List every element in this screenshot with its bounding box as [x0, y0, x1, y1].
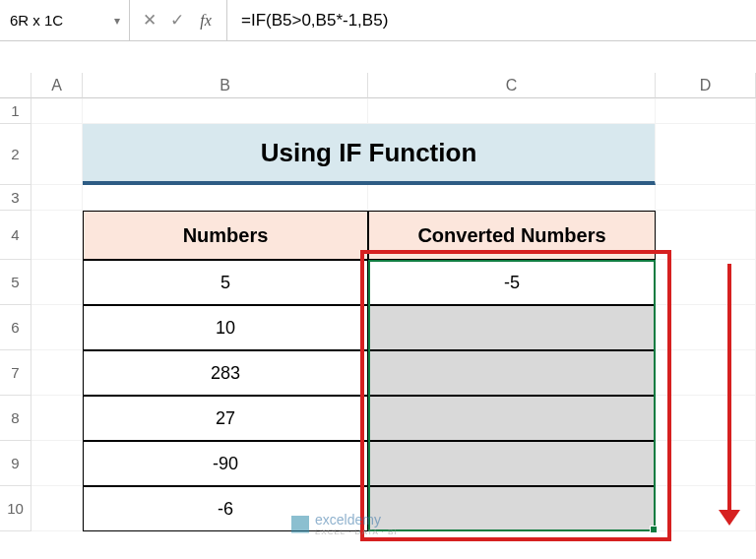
row-header-1[interactable]: 1: [0, 98, 32, 124]
cell-A3[interactable]: [32, 185, 83, 211]
cell-A9[interactable]: [32, 441, 83, 486]
row-9: 9 -90: [0, 441, 756, 486]
cell-D10[interactable]: [656, 486, 756, 531]
formula-buttons: ✕ ✓ fx: [130, 0, 227, 40]
cell-B9[interactable]: -90: [83, 441, 368, 486]
row-header-6[interactable]: 6: [0, 305, 32, 350]
cell-B3[interactable]: [83, 185, 368, 211]
cell-A6[interactable]: [32, 305, 83, 350]
row-8: 8 27: [0, 396, 756, 441]
name-box-value: 6R x 1C: [0, 12, 105, 29]
formula-input[interactable]: [227, 0, 756, 40]
cell-D3[interactable]: [656, 185, 756, 211]
cell-D7[interactable]: [656, 350, 756, 396]
cell-D8[interactable]: [656, 396, 756, 441]
cell-A5[interactable]: [32, 260, 83, 305]
select-all-corner[interactable]: [0, 73, 32, 98]
cell-B6[interactable]: 10: [83, 305, 368, 350]
row-5: 5 5 -5: [0, 260, 756, 305]
watermark: exceldemy EXCEL · DATA · BI: [291, 512, 398, 536]
cell-B1[interactable]: [83, 98, 368, 124]
row-header-9[interactable]: 9: [0, 441, 32, 486]
name-box[interactable]: 6R x 1C ▾: [0, 0, 130, 40]
row-1: 1: [0, 98, 756, 124]
spreadsheet-grid: A B C D 1 2 Using IF Function 3 4 Number…: [0, 73, 756, 531]
row-7: 7 283: [0, 350, 756, 396]
cell-B8[interactable]: 27: [83, 396, 368, 441]
header-numbers[interactable]: Numbers: [83, 211, 368, 260]
row-header-8[interactable]: 8: [0, 396, 32, 441]
row-header-5[interactable]: 5: [0, 260, 32, 305]
watermark-sub: EXCEL · DATA · BI: [315, 528, 398, 536]
cell-C3[interactable]: [368, 185, 656, 211]
col-header-B[interactable]: B: [83, 73, 368, 98]
row-header-10[interactable]: 10: [0, 486, 32, 531]
col-header-A[interactable]: A: [32, 73, 83, 98]
row-header-4[interactable]: 4: [0, 211, 32, 260]
watermark-icon: [291, 516, 309, 533]
watermark-name: exceldemy: [315, 512, 398, 528]
chevron-down-icon[interactable]: ▾: [105, 14, 129, 28]
cell-D6[interactable]: [656, 305, 756, 350]
cancel-icon[interactable]: ✕: [136, 10, 163, 31]
cell-D5[interactable]: [656, 260, 756, 305]
row-2: 2 Using IF Function: [0, 124, 756, 185]
row-6: 6 10: [0, 305, 756, 350]
col-header-C[interactable]: C: [368, 73, 656, 98]
cell-D9[interactable]: [656, 441, 756, 486]
confirm-icon[interactable]: ✓: [163, 10, 191, 31]
cell-C6[interactable]: [368, 305, 656, 350]
cell-B7[interactable]: 283: [83, 350, 368, 396]
formula-bar: 6R x 1C ▾ ✕ ✓ fx: [0, 0, 756, 41]
cell-A4[interactable]: [32, 211, 83, 260]
row-header-3[interactable]: 3: [0, 185, 32, 211]
cell-C5[interactable]: -5: [368, 260, 656, 305]
annotation-arrow-down: [719, 264, 740, 526]
header-converted[interactable]: Converted Numbers: [368, 211, 656, 260]
cell-D4[interactable]: [656, 211, 756, 260]
fx-icon[interactable]: fx: [191, 12, 220, 30]
title-cell[interactable]: Using IF Function: [83, 124, 656, 185]
row-4: 4 Numbers Converted Numbers: [0, 211, 756, 260]
cell-A7[interactable]: [32, 350, 83, 396]
cell-C8[interactable]: [368, 396, 656, 441]
cell-D1[interactable]: [656, 98, 756, 124]
cell-A1[interactable]: [32, 98, 83, 124]
row-header-2[interactable]: 2: [0, 124, 32, 185]
row-3: 3: [0, 185, 756, 211]
cell-C9[interactable]: [368, 441, 656, 486]
row-header-7[interactable]: 7: [0, 350, 32, 396]
column-headers: A B C D: [0, 73, 756, 98]
cell-C7[interactable]: [368, 350, 656, 396]
cell-C10[interactable]: [368, 486, 656, 531]
col-header-D[interactable]: D: [656, 73, 756, 98]
cell-D2[interactable]: [656, 124, 756, 185]
cell-A2[interactable]: [32, 124, 83, 185]
cell-A10[interactable]: [32, 486, 83, 531]
cell-A8[interactable]: [32, 396, 83, 441]
cell-B5[interactable]: 5: [83, 260, 368, 305]
cell-C1[interactable]: [368, 98, 656, 124]
